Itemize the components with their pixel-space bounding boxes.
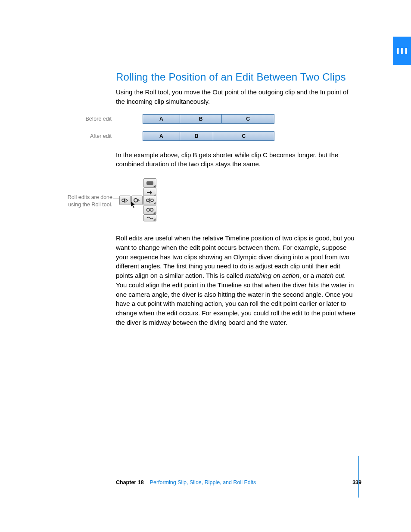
roll-tool-icon bbox=[143, 196, 156, 205]
slip-tool-icon bbox=[143, 205, 156, 215]
body-paragraph: Roll edits are useful when the relative … bbox=[116, 233, 357, 327]
track-before: ABC bbox=[143, 114, 274, 124]
svg-point-8 bbox=[150, 208, 153, 212]
page-footer: Chapter 18 Performing Slip, Slide, Rippl… bbox=[116, 479, 361, 485]
tool-palette bbox=[119, 178, 158, 221]
cursor-icon bbox=[131, 201, 137, 208]
example-note: In the example above, clip B gets shorte… bbox=[116, 150, 357, 169]
part-tab: III bbox=[393, 37, 411, 65]
before-label: Before edit bbox=[60, 116, 116, 122]
intro-paragraph: Using the Roll tool, you move the Out po… bbox=[116, 87, 357, 106]
callout-leader-line bbox=[113, 199, 119, 199]
svg-point-6 bbox=[151, 199, 153, 202]
clip-A: A bbox=[143, 132, 180, 140]
select-tool-icon bbox=[143, 178, 156, 188]
slide-tool-icon bbox=[143, 215, 156, 221]
page-number: 339 bbox=[352, 479, 361, 485]
clip-A: A bbox=[143, 115, 180, 123]
clip-B: B bbox=[180, 115, 222, 123]
footer-rule bbox=[358, 456, 359, 498]
body-em2: match cut bbox=[316, 272, 344, 279]
before-after-diagram: Before edit ABC After edit ABC bbox=[116, 114, 357, 141]
track-after: ABC bbox=[143, 131, 274, 141]
clip-B: B bbox=[180, 132, 214, 140]
svg-point-5 bbox=[146, 199, 149, 202]
roll-tool-left-icon bbox=[119, 196, 131, 205]
after-label: After edit bbox=[60, 133, 116, 139]
body-post: . You could align the edit point in the … bbox=[116, 272, 355, 326]
body-em1: matching on action bbox=[245, 272, 299, 279]
chapter-title: Performing Slip, Slide, Ripple, and Roll… bbox=[150, 479, 256, 485]
svg-point-7 bbox=[147, 208, 150, 212]
content-area: Rolling the Position of an Edit Between … bbox=[116, 71, 357, 335]
clip-C: C bbox=[213, 132, 274, 140]
chapter-label: Chapter 18 bbox=[116, 479, 144, 485]
before-row: Before edit ABC bbox=[116, 114, 357, 124]
svg-point-2 bbox=[122, 199, 125, 202]
svg-rect-0 bbox=[146, 181, 153, 185]
clip-C: C bbox=[222, 115, 274, 123]
body-mid1: , or a bbox=[299, 272, 316, 279]
section-heading: Rolling the Position of an Edit Between … bbox=[116, 71, 357, 83]
after-row: After edit ABC bbox=[116, 131, 357, 141]
tool-callout-text: Roll edits are done using the Roll tool. bbox=[54, 194, 112, 208]
tool-figure: Roll edits are done using the Roll tool. bbox=[116, 178, 357, 221]
